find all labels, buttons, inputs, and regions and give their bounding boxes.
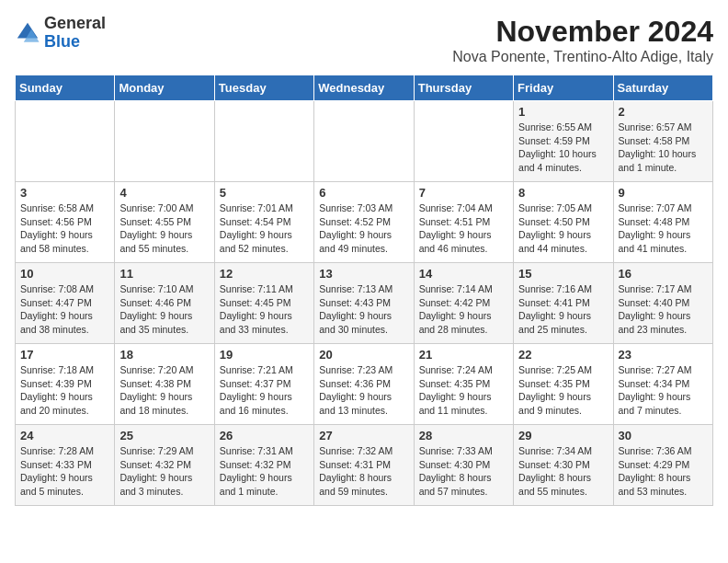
day-number: 29 [518,429,608,442]
calendar-cell: 10Sunrise: 7:08 AM Sunset: 4:47 PM Dayli… [16,263,115,344]
day-info: Sunrise: 6:55 AM Sunset: 4:59 PM Dayligh… [518,121,608,175]
calendar-cell: 4Sunrise: 7:00 AM Sunset: 4:55 PM Daylig… [115,182,214,263]
logo-text: General Blue [44,15,106,52]
day-info: Sunrise: 7:16 AM Sunset: 4:41 PM Dayligh… [518,282,608,337]
calendar-cell: 27Sunrise: 7:32 AM Sunset: 4:31 PM Dayli… [314,425,414,506]
calendar-header-row: SundayMondayTuesdayWednesdayThursdayFrid… [16,75,713,101]
day-info: Sunrise: 7:23 AM Sunset: 4:36 PM Dayligh… [319,363,408,418]
day-info: Sunrise: 7:31 AM Sunset: 4:32 PM Dayligh… [220,444,309,499]
column-header-thursday: Thursday [414,75,513,101]
calendar-week-5: 24Sunrise: 7:28 AM Sunset: 4:33 PM Dayli… [16,425,713,506]
column-header-sunday: Sunday [16,75,115,101]
calendar-cell [414,101,513,182]
day-number: 2 [619,105,708,119]
day-info: Sunrise: 7:10 AM Sunset: 4:46 PM Dayligh… [119,282,209,337]
day-info: Sunrise: 7:24 AM Sunset: 4:35 PM Dayligh… [419,363,508,418]
calendar-cell: 1Sunrise: 6:55 AM Sunset: 4:59 PM Daylig… [514,101,613,182]
calendar-cell: 18Sunrise: 7:20 AM Sunset: 4:38 PM Dayli… [115,344,214,425]
calendar-cell: 24Sunrise: 7:28 AM Sunset: 4:33 PM Dayli… [16,425,115,506]
day-number: 17 [20,348,109,362]
day-info: Sunrise: 7:32 AM Sunset: 4:31 PM Dayligh… [319,444,408,499]
calendar-cell: 5Sunrise: 7:01 AM Sunset: 4:54 PM Daylig… [214,182,313,263]
day-number: 28 [419,429,508,442]
day-info: Sunrise: 7:25 AM Sunset: 4:35 PM Dayligh… [518,363,608,418]
calendar-cell [115,101,214,182]
day-number: 25 [119,429,209,442]
day-info: Sunrise: 7:01 AM Sunset: 4:54 PM Dayligh… [220,201,309,256]
column-header-saturday: Saturday [613,75,712,101]
calendar-cell: 29Sunrise: 7:34 AM Sunset: 4:30 PM Dayli… [514,425,613,506]
calendar-cell [314,101,414,182]
day-number: 27 [319,429,408,442]
calendar-cell: 11Sunrise: 7:10 AM Sunset: 4:46 PM Dayli… [115,263,214,344]
logo: General Blue [15,15,106,52]
calendar-cell: 22Sunrise: 7:25 AM Sunset: 4:35 PM Dayli… [514,344,613,425]
title-area: November 2024 Nova Ponente, Trentino-Alt… [452,15,713,65]
day-info: Sunrise: 7:21 AM Sunset: 4:37 PM Dayligh… [220,363,309,418]
day-number: 1 [518,105,608,119]
calendar-cell: 3Sunrise: 6:58 AM Sunset: 4:56 PM Daylig… [16,182,115,263]
day-number: 20 [319,348,408,362]
day-number: 11 [119,267,209,281]
day-info: Sunrise: 7:34 AM Sunset: 4:30 PM Dayligh… [518,444,608,499]
calendar-cell: 9Sunrise: 7:07 AM Sunset: 4:48 PM Daylig… [613,182,712,263]
calendar-cell: 30Sunrise: 7:36 AM Sunset: 4:29 PM Dayli… [613,425,712,506]
day-info: Sunrise: 7:03 AM Sunset: 4:52 PM Dayligh… [319,201,408,256]
day-info: Sunrise: 7:33 AM Sunset: 4:30 PM Dayligh… [419,444,508,499]
column-header-tuesday: Tuesday [214,75,313,101]
calendar-cell: 19Sunrise: 7:21 AM Sunset: 4:37 PM Dayli… [214,344,313,425]
calendar-cell: 21Sunrise: 7:24 AM Sunset: 4:35 PM Dayli… [414,344,513,425]
day-info: Sunrise: 7:36 AM Sunset: 4:29 PM Dayligh… [619,444,708,499]
day-number: 8 [518,186,608,200]
day-number: 12 [220,267,309,281]
calendar-cell: 12Sunrise: 7:11 AM Sunset: 4:45 PM Dayli… [214,263,313,344]
column-header-friday: Friday [514,75,613,101]
calendar-cell: 26Sunrise: 7:31 AM Sunset: 4:32 PM Dayli… [214,425,313,506]
calendar-cell: 6Sunrise: 7:03 AM Sunset: 4:52 PM Daylig… [314,182,414,263]
day-info: Sunrise: 7:18 AM Sunset: 4:39 PM Dayligh… [20,363,109,418]
column-header-monday: Monday [115,75,214,101]
calendar-cell: 25Sunrise: 7:29 AM Sunset: 4:32 PM Dayli… [115,425,214,506]
day-number: 6 [319,186,408,200]
day-number: 26 [220,429,309,442]
calendar-cell: 23Sunrise: 7:27 AM Sunset: 4:34 PM Dayli… [613,344,712,425]
calendar-week-2: 3Sunrise: 6:58 AM Sunset: 4:56 PM Daylig… [16,182,713,263]
day-info: Sunrise: 7:05 AM Sunset: 4:50 PM Dayligh… [518,201,608,256]
calendar-week-4: 17Sunrise: 7:18 AM Sunset: 4:39 PM Dayli… [16,344,713,425]
day-number: 16 [619,267,708,281]
day-number: 19 [220,348,309,362]
month-title: November 2024 [452,15,713,49]
calendar-cell: 2Sunrise: 6:57 AM Sunset: 4:58 PM Daylig… [613,101,712,182]
day-number: 10 [20,267,109,281]
day-number: 13 [319,267,408,281]
day-info: Sunrise: 7:08 AM Sunset: 4:47 PM Dayligh… [20,282,109,337]
calendar-body: 1Sunrise: 6:55 AM Sunset: 4:59 PM Daylig… [16,101,713,506]
day-info: Sunrise: 7:17 AM Sunset: 4:40 PM Dayligh… [619,282,708,337]
calendar-cell: 7Sunrise: 7:04 AM Sunset: 4:51 PM Daylig… [414,182,513,263]
day-number: 23 [619,348,708,362]
calendar-cell: 14Sunrise: 7:14 AM Sunset: 4:42 PM Dayli… [414,263,513,344]
day-info: Sunrise: 7:27 AM Sunset: 4:34 PM Dayligh… [619,363,708,418]
calendar-cell: 28Sunrise: 7:33 AM Sunset: 4:30 PM Dayli… [414,425,513,506]
day-info: Sunrise: 7:07 AM Sunset: 4:48 PM Dayligh… [619,201,708,256]
day-number: 30 [619,429,708,442]
calendar-week-3: 10Sunrise: 7:08 AM Sunset: 4:47 PM Dayli… [16,263,713,344]
day-number: 22 [518,348,608,362]
calendar-cell [16,101,115,182]
calendar-week-1: 1Sunrise: 6:55 AM Sunset: 4:59 PM Daylig… [16,101,713,182]
day-number: 24 [20,429,109,442]
calendar-cell: 16Sunrise: 7:17 AM Sunset: 4:40 PM Dayli… [613,263,712,344]
location-title: Nova Ponente, Trentino-Alto Adige, Italy [452,49,713,65]
day-info: Sunrise: 6:57 AM Sunset: 4:58 PM Dayligh… [619,121,708,175]
day-number: 21 [419,348,508,362]
day-info: Sunrise: 7:14 AM Sunset: 4:42 PM Dayligh… [419,282,508,337]
calendar-cell: 20Sunrise: 7:23 AM Sunset: 4:36 PM Dayli… [314,344,414,425]
day-number: 5 [220,186,309,200]
day-number: 3 [20,186,109,200]
calendar-cell: 13Sunrise: 7:13 AM Sunset: 4:43 PM Dayli… [314,263,414,344]
day-info: Sunrise: 7:29 AM Sunset: 4:32 PM Dayligh… [119,444,209,499]
day-number: 9 [619,186,708,200]
day-number: 15 [518,267,608,281]
day-number: 4 [119,186,209,200]
logo-icon [15,20,40,46]
